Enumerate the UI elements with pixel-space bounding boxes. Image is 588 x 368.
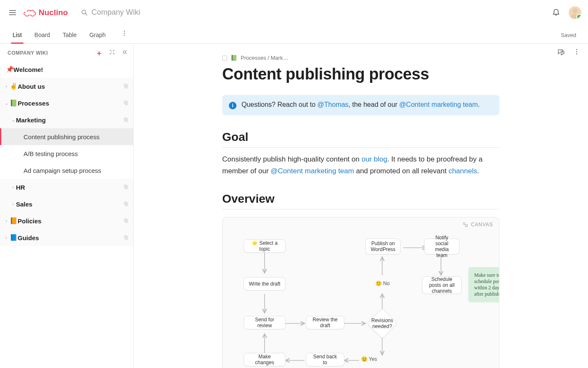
tab-table[interactable]: Table (62, 27, 77, 43)
heading-goal: Goal (222, 130, 499, 144)
svg-point-1 (572, 8, 578, 13)
label-yes: 😟 Yes (361, 356, 377, 362)
tree-item-hr[interactable]: › HR (0, 179, 133, 196)
link-channels[interactable]: channels (449, 167, 477, 175)
chevrons-left-icon (121, 49, 128, 56)
node-review-draft[interactable]: Review the draft (306, 316, 344, 329)
collapse-sidebar-button[interactable] (121, 49, 128, 57)
mention-content-team-2[interactable]: @Content marketing team (270, 167, 354, 175)
tab-list[interactable]: List (12, 27, 23, 43)
breadcrumb-text: Processes / Marketi… (241, 55, 291, 61)
chevron-right-icon: › (3, 235, 9, 240)
tab-board[interactable]: Board (34, 27, 51, 43)
search-placeholder: Company Wiki (92, 8, 140, 17)
tree-item-processes[interactable]: ⌄ 📗 Processes (0, 95, 133, 111)
view-tabs: List Board Table Graph Saved (0, 25, 588, 44)
sticky-note[interactable]: Make sure to schedule posts within 2 day… (468, 267, 499, 302)
svg-rect-8 (125, 102, 128, 105)
emoji-icon: 📗 (9, 99, 18, 107)
node-write-draft[interactable]: Write the draft (244, 277, 286, 291)
svg-rect-5 (124, 84, 127, 87)
tabs-more-button[interactable] (121, 30, 128, 43)
svg-rect-10 (125, 119, 128, 122)
pin-icon: 📌 (6, 66, 13, 73)
emoji-icon: ✌️ (9, 82, 18, 90)
node-make-changes[interactable]: Make changes (244, 353, 286, 366)
emoji-icon: 📘 (9, 234, 18, 241)
tab-graph[interactable]: Graph (89, 27, 107, 43)
tree-item-sales[interactable]: › Sales (0, 196, 133, 212)
svg-rect-12 (125, 186, 128, 189)
callout-text: Questions? Reach out to @Thomas, the hea… (242, 101, 480, 109)
svg-point-19 (576, 49, 577, 50)
node-schedule-posts[interactable]: Schedule posts on all channels (422, 276, 462, 294)
link-our-blog[interactable]: our blog (362, 155, 387, 163)
bell-icon (552, 8, 560, 16)
duplicate-icon[interactable] (123, 201, 129, 208)
tree-label: Marketing (16, 116, 123, 124)
info-callout: i Questions? Reach out to @Thomas, the h… (222, 95, 499, 115)
tree-item-marketing[interactable]: ⌄ Marketing (0, 111, 133, 128)
duplicate-icon[interactable] (123, 116, 129, 124)
tree-item-about-us[interactable]: › ✌️ About us (0, 78, 133, 95)
svg-rect-23 (465, 225, 467, 227)
svg-point-22 (463, 222, 465, 225)
pinned-label: Welcome! (13, 66, 129, 73)
user-avatar[interactable] (569, 6, 581, 19)
tree-item-guides[interactable]: › 📘 Guides (0, 229, 133, 246)
duplicate-icon[interactable] (123, 83, 129, 90)
svg-point-0 (82, 10, 86, 14)
topbar: Nuclino Company Wiki (0, 0, 588, 25)
chevron-right-icon: › (10, 185, 16, 190)
kebab-icon (573, 48, 580, 56)
tree-label: Processes (18, 100, 123, 107)
node-notify-social[interactable]: Notify social media team (424, 238, 459, 254)
emoji-icon: 📙 (9, 217, 18, 225)
node-send-review[interactable]: Send for review (244, 316, 286, 329)
svg-point-4 (123, 35, 124, 36)
node-send-back[interactable]: Send back to (306, 353, 344, 366)
svg-rect-14 (125, 203, 128, 206)
search[interactable]: Company Wiki (81, 8, 140, 17)
mention-content-team[interactable]: @Content marketing team (399, 101, 478, 108)
node-select-topic[interactable]: ⭐ Select a topic (244, 239, 286, 253)
heading-overview: Overview (222, 192, 499, 206)
tree-item-ad-campaign[interactable]: Ad campaign setup process (0, 162, 133, 179)
chevron-right-icon: › (3, 218, 9, 223)
new-page-button[interactable]: ＋ (95, 49, 103, 57)
flowchart-canvas: ⭐ Select a topic Write the draft Send fo… (231, 227, 491, 368)
kebab-icon (121, 30, 128, 37)
divider (222, 209, 499, 209)
duplicate-icon[interactable] (123, 100, 129, 107)
chevron-down-icon: ⌄ (10, 117, 16, 123)
info-icon: i (229, 102, 236, 109)
canvas-embed[interactable]: CANVAS (222, 217, 499, 368)
duplicate-icon[interactable] (123, 217, 129, 225)
svg-point-2 (123, 31, 124, 32)
tree-item-content-publishing[interactable]: Content publishing process (0, 128, 133, 145)
menu-button[interactable] (7, 7, 18, 19)
svg-rect-16 (125, 220, 128, 222)
notifications-button[interactable] (552, 8, 560, 18)
comments-button[interactable] (557, 48, 565, 58)
page-more-button[interactable] (573, 48, 580, 58)
brand-brain-icon (24, 8, 36, 17)
duplicate-icon[interactable] (123, 184, 129, 191)
tree-item-ab-testing[interactable]: A/B testing process (0, 145, 133, 162)
tree-label: Policies (18, 217, 123, 225)
tree-item-policies[interactable]: › 📙 Policies (0, 212, 133, 229)
label-no: 🙂 No (375, 281, 390, 286)
tree-label: Ad campaign setup process (24, 167, 129, 174)
mention-thomas[interactable]: @Thomas (318, 101, 349, 108)
node-publish-wordpress[interactable]: Publish on WordPress (365, 238, 401, 254)
expand-sidebar-button[interactable] (109, 49, 116, 57)
svg-rect-17 (124, 235, 127, 238)
tree-label: Guides (18, 234, 123, 241)
pinned-welcome[interactable]: 📌 Welcome! (0, 61, 133, 78)
duplicate-icon[interactable] (123, 234, 129, 241)
breadcrumb[interactable]: 📗 Processes / Marketi… (222, 55, 499, 61)
page-title[interactable]: Content publishing process (222, 65, 499, 83)
brand[interactable]: Nuclino (24, 8, 68, 17)
chevron-right-icon: › (10, 201, 16, 207)
tree-label: Content publishing process (24, 133, 129, 140)
